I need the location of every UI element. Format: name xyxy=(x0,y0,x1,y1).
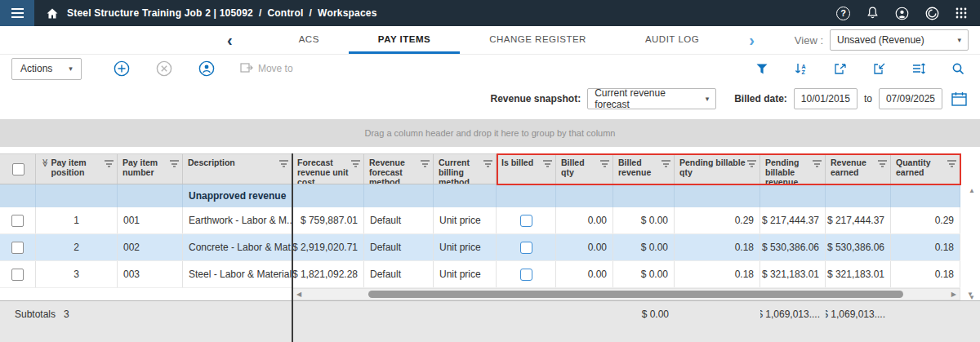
tabs: ACS PAY ITEMS CHANGE REGISTER AUDIT LOG xyxy=(270,26,729,54)
scroll-right-icon[interactable]: ▶ xyxy=(951,291,956,298)
column-filter-icon[interactable] xyxy=(483,159,492,167)
scroll-left-icon[interactable]: ◀ xyxy=(296,291,301,298)
filter-row: Revenue snapshot: Current revenue foreca… xyxy=(0,82,980,115)
column-header-revenue-earned[interactable]: Revenue earned xyxy=(826,154,891,184)
column-header-quantity-earned[interactable]: Quantity earned xyxy=(891,154,960,184)
column-filter-icon[interactable] xyxy=(878,159,887,167)
column-label: Billed qty xyxy=(561,158,599,177)
column-header-pay-item-position[interactable]: ≫ Pay item position xyxy=(36,154,118,184)
column-header-pending-billable-qty[interactable]: Pending billable qty xyxy=(675,154,760,184)
breadcrumb-control[interactable]: Control xyxy=(267,7,303,19)
add-row-icon[interactable] xyxy=(111,58,132,79)
column-filter-icon[interactable] xyxy=(813,159,822,167)
tab-change-register[interactable]: CHANGE REGISTER xyxy=(460,26,616,54)
view-select[interactable]: Unsaved (Revenue) ▾ xyxy=(830,29,969,51)
apps-grid-icon[interactable] xyxy=(956,7,967,19)
revenue-snapshot-value: Current revenue forecast xyxy=(595,87,698,110)
breadcrumb-workspaces[interactable]: Workspaces xyxy=(318,7,376,19)
checkbox[interactable] xyxy=(11,269,24,281)
cell-pay-item-position: 2 xyxy=(36,234,118,260)
table-row[interactable]: 3 003 Steel - Labor & Material $ 1,821,0… xyxy=(0,261,960,288)
select-all-checkbox[interactable] xyxy=(0,154,36,184)
column-filter-icon[interactable] xyxy=(543,159,552,167)
column-filter-icon[interactable] xyxy=(947,159,956,167)
column-filter-icon[interactable] xyxy=(662,159,670,167)
notifications-bell-icon[interactable] xyxy=(866,7,879,20)
column-filter-icon[interactable] xyxy=(600,159,609,167)
is-billed-checkbox[interactable] xyxy=(520,242,532,254)
column-filter-icon[interactable] xyxy=(747,159,756,167)
export-icon[interactable] xyxy=(830,59,851,78)
row-select-checkbox[interactable] xyxy=(0,261,36,287)
column-header-billed-revenue[interactable]: Billed revenue xyxy=(613,154,675,184)
row-select-checkbox[interactable] xyxy=(0,207,36,233)
checkbox[interactable] xyxy=(11,215,24,227)
tab-acs[interactable]: ACS xyxy=(270,26,349,54)
billed-date-to-input[interactable]: 07/09/2025 xyxy=(879,88,942,109)
account-icon[interactable] xyxy=(895,7,909,20)
column-header-is-billed[interactable]: Is billed xyxy=(497,154,556,184)
cell-pending-billable-revenue: $ 217,444.37 xyxy=(760,207,826,233)
import-icon[interactable] xyxy=(869,59,890,78)
cell-current-billing-method: Unit price xyxy=(434,261,497,287)
breadcrumb[interactable]: Steel Structure Training Job 2 | 105092 … xyxy=(67,7,377,19)
column-header-forecast-revenue-unit-cost[interactable]: Forecast revenue unit cost xyxy=(292,154,364,184)
calendar-icon[interactable] xyxy=(949,89,969,109)
group-by-drop-zone[interactable]: Drag a column header and drop it here to… xyxy=(0,119,980,147)
checkbox[interactable] xyxy=(11,242,24,254)
column-settings-icon[interactable] xyxy=(908,59,929,78)
column-filter-icon[interactable] xyxy=(351,159,360,167)
sort-az-icon[interactable]: AZ xyxy=(791,59,812,78)
billed-date-label: Billed date: xyxy=(734,93,787,104)
tab-audit-log[interactable]: AUDIT LOG xyxy=(616,26,728,54)
scroll-down-icon[interactable]: ▼ xyxy=(969,294,975,301)
breadcrumb-project[interactable]: Steel Structure Training Job 2 | 105092 xyxy=(67,7,253,19)
cell-quantity-earned: 0.29 xyxy=(891,207,960,233)
checkbox[interactable] xyxy=(12,163,24,175)
column-header-description[interactable]: Description xyxy=(183,154,292,184)
column-header-pending-billable-revenue[interactable]: Pending billable revenue xyxy=(760,154,826,184)
hamburger-menu-icon[interactable] xyxy=(0,0,34,26)
is-billed-checkbox[interactable] xyxy=(520,269,532,281)
assign-user-icon[interactable] xyxy=(196,58,217,79)
help-icon[interactable]: ? xyxy=(836,7,850,20)
tabs-scroll-right-icon[interactable]: › xyxy=(749,26,755,54)
scroll-up-icon[interactable]: ▲ xyxy=(969,187,975,194)
cell-forecast-revenue-unit-cost: $ 2,919,020.71 xyxy=(292,234,364,260)
home-icon[interactable] xyxy=(46,7,59,20)
actions-button-label: Actions xyxy=(20,63,52,74)
table-row[interactable]: 1 001 Earthwork - Labor & M... $ 759,887… xyxy=(0,207,960,234)
horizontal-scrollbar-row: ◀ ▶ ▼ xyxy=(0,288,980,300)
column-header-revenue-forecast-method[interactable]: Revenue forecast method xyxy=(364,154,434,184)
column-header-current-billing-method[interactable]: Current billing method xyxy=(434,154,497,184)
column-header-pay-item-number[interactable]: Pay item number xyxy=(118,154,183,184)
cell-pending-billable-revenue: $ 530,386.06 xyxy=(760,234,826,260)
column-header-billed-qty[interactable]: Billed qty xyxy=(556,154,613,184)
column-filter-icon[interactable] xyxy=(105,159,114,167)
group-row-label: Unapproved revenue xyxy=(183,184,292,207)
is-billed-checkbox[interactable] xyxy=(520,215,532,227)
filter-icon[interactable] xyxy=(751,59,773,78)
actions-button[interactable]: Actions ▾ xyxy=(11,58,82,80)
column-filter-icon[interactable] xyxy=(170,159,179,167)
subtotals-count: 3 xyxy=(64,309,69,320)
move-to-button[interactable]: Move to xyxy=(240,62,293,76)
row-select-checkbox[interactable] xyxy=(0,234,36,260)
cancel-icon[interactable] xyxy=(154,58,175,79)
vertical-scrollbar[interactable]: ▲ ▼ xyxy=(964,187,979,301)
column-filter-icon[interactable] xyxy=(421,159,430,167)
revenue-snapshot-select[interactable]: Current revenue forecast ▾ xyxy=(587,88,716,109)
billed-date-from-input[interactable]: 10/01/2015 xyxy=(794,88,858,109)
brand-logo-icon[interactable] xyxy=(925,7,939,20)
table-row[interactable]: 2 002 Concrete - Labor & Mat... $ 2,919,… xyxy=(0,234,960,261)
tab-pay-items[interactable]: PAY ITEMS xyxy=(349,26,460,54)
column-label: Pending billable qty xyxy=(679,158,746,177)
cell-quantity-earned: 0.18 xyxy=(891,261,960,287)
horizontal-scrollbar[interactable]: ◀ ▶ xyxy=(292,288,960,300)
search-icon[interactable] xyxy=(947,59,969,78)
horizontal-scrollbar-thumb[interactable] xyxy=(368,291,903,298)
column-label: Current billing method xyxy=(439,158,482,184)
column-filter-icon[interactable] xyxy=(279,159,288,167)
tabs-scroll-left-icon[interactable]: ‹ xyxy=(227,26,233,54)
group-row-unapproved-revenue[interactable]: Unapproved revenue xyxy=(0,184,960,207)
